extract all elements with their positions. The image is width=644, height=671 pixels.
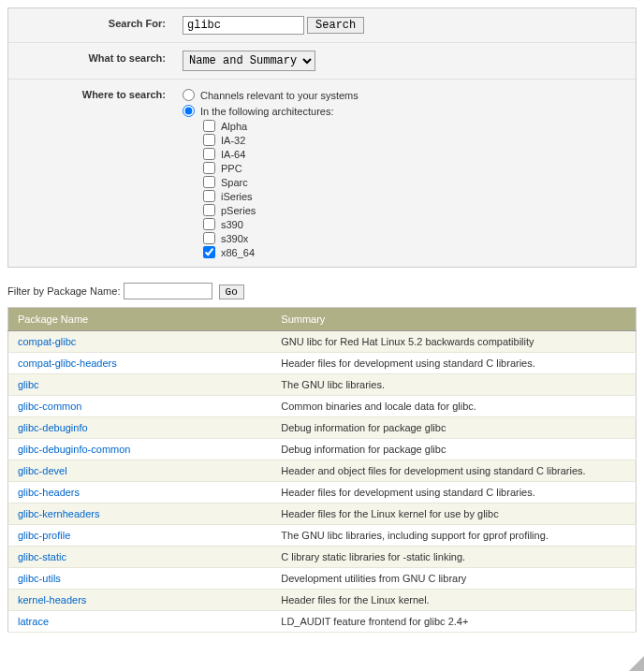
arch-label: PPC bbox=[221, 163, 242, 174]
arch-checkbox-ia64[interactable] bbox=[203, 148, 215, 160]
cell-summary: Header files for development using stand… bbox=[271, 482, 636, 503]
arch-label: iSeries bbox=[221, 191, 253, 202]
package-link[interactable]: glibc-utils bbox=[18, 573, 61, 584]
search-form: Search For: Search What to search: Name … bbox=[7, 7, 637, 268]
table-row: glibc-debuginfo-commonDebug information … bbox=[8, 439, 637, 460]
arch-item: pSeries bbox=[203, 203, 628, 217]
arch-item: iSeries bbox=[203, 189, 628, 203]
radio-architectures-label: In the following architectures: bbox=[200, 106, 333, 117]
cell-summary: Debug information for package glibc bbox=[271, 417, 636, 439]
results-table: Package Name Summary compat-glibcGNU lib… bbox=[7, 307, 637, 633]
cell-package-name: glibc-debuginfo bbox=[8, 417, 272, 439]
cell-summary: The GNU libc libraries, including suppor… bbox=[271, 525, 636, 547]
arch-item: x86_64 bbox=[203, 245, 628, 259]
arch-checkbox-ppc[interactable] bbox=[203, 162, 215, 174]
arch-checkbox-ia32[interactable] bbox=[203, 134, 215, 146]
radio-channels-label: Channels relevant to your systems bbox=[200, 90, 359, 101]
search-input[interactable] bbox=[183, 16, 304, 35]
table-header-row: Package Name Summary bbox=[8, 308, 637, 331]
arch-item: PPC bbox=[203, 161, 628, 175]
cell-package-name: glibc-utils bbox=[8, 568, 272, 590]
package-link[interactable]: kernel-headers bbox=[18, 594, 86, 605]
cell-package-name: latrace bbox=[8, 611, 272, 633]
package-link[interactable]: glibc-common bbox=[18, 401, 81, 412]
cell-summary: LD_AUDIT feature frontend for glibc 2.4+ bbox=[271, 611, 636, 633]
arch-checkbox-alpha[interactable] bbox=[203, 120, 215, 132]
radio-architectures[interactable] bbox=[183, 105, 195, 117]
table-row: glibcThe GNU libc libraries. bbox=[8, 374, 637, 396]
cell-summary: GNU libc for Red Hat Linux 5.2 backwards… bbox=[271, 331, 636, 353]
arch-label: Sparc bbox=[221, 177, 248, 188]
results-body: compat-glibcGNU libc for Red Hat Linux 5… bbox=[8, 331, 637, 633]
table-row: glibc-develHeader and object files for d… bbox=[8, 460, 637, 482]
radio-channels[interactable] bbox=[183, 89, 195, 101]
package-link[interactable]: compat-glibc-headers bbox=[18, 357, 117, 369]
cell-summary: Header files for the Linux kernel for us… bbox=[271, 503, 636, 525]
cell-package-name: glibc-devel bbox=[8, 460, 272, 482]
arch-checkbox-sparc[interactable] bbox=[203, 176, 215, 188]
what-to-search-select[interactable]: Name and Summary bbox=[183, 51, 315, 71]
cell-summary: Debug information for package glibc bbox=[271, 439, 636, 460]
table-row: glibc-commonCommon binaries and locale d… bbox=[8, 396, 637, 417]
cell-package-name: compat-glibc bbox=[8, 331, 272, 353]
search-button[interactable]: Search bbox=[307, 17, 364, 34]
table-row: glibc-headersHeader files for developmen… bbox=[8, 482, 637, 503]
arch-checkbox-s390[interactable] bbox=[203, 218, 215, 230]
what-to-search-label: What to search: bbox=[8, 47, 175, 75]
package-link[interactable]: glibc-static bbox=[18, 551, 66, 562]
filter-go-button[interactable]: Go bbox=[219, 284, 244, 299]
search-for-row: Search For: Search bbox=[8, 8, 636, 43]
cell-summary: Common binaries and locale data for glib… bbox=[271, 396, 636, 417]
cell-package-name: compat-glibc-headers bbox=[8, 353, 272, 374]
filter-label: Filter by Package Name: bbox=[7, 285, 120, 297]
search-for-label: Search For: bbox=[8, 12, 175, 38]
arch-item: s390x bbox=[203, 231, 628, 245]
table-row: glibc-staticC library static libraries f… bbox=[8, 547, 637, 568]
package-link[interactable]: glibc-debuginfo bbox=[18, 422, 88, 433]
arch-label: s390 bbox=[221, 219, 243, 230]
where-to-search-row: Where to search: Channels relevant to yo… bbox=[8, 80, 636, 267]
table-row: glibc-utilsDevelopment utilities from GN… bbox=[8, 568, 637, 590]
header-package-name: Package Name bbox=[8, 308, 272, 331]
package-link[interactable]: glibc-profile bbox=[18, 530, 70, 541]
cell-summary: C library static libraries for -static l… bbox=[271, 547, 636, 568]
what-to-search-row: What to search: Name and Summary bbox=[8, 43, 636, 80]
cell-package-name: kernel-headers bbox=[8, 590, 272, 611]
arch-label: IA-64 bbox=[221, 149, 245, 160]
arch-checkbox-s390x[interactable] bbox=[203, 232, 215, 244]
cell-summary: The GNU libc libraries. bbox=[271, 374, 636, 396]
cell-package-name: glibc-debuginfo-common bbox=[8, 439, 272, 460]
arch-checkbox-pseries[interactable] bbox=[203, 204, 215, 216]
arch-label: s390x bbox=[221, 233, 248, 244]
cell-package-name: glibc-profile bbox=[8, 525, 272, 547]
radio-arch-line: In the following architectures: bbox=[183, 103, 628, 119]
package-link[interactable]: compat-glibc bbox=[18, 336, 76, 347]
table-row: kernel-headersHeader files for the Linux… bbox=[8, 590, 637, 611]
arch-item: Alpha bbox=[203, 119, 628, 133]
filter-input[interactable] bbox=[124, 283, 212, 299]
table-row: glibc-debuginfoDebug information for pac… bbox=[8, 417, 637, 439]
arch-checkbox-iseries[interactable] bbox=[203, 190, 215, 202]
arch-label: Alpha bbox=[221, 121, 247, 132]
radio-channels-line: Channels relevant to your systems bbox=[183, 87, 628, 103]
arch-item: IA-32 bbox=[203, 133, 628, 147]
package-link[interactable]: glibc-headers bbox=[18, 487, 80, 498]
arch-item: IA-64 bbox=[203, 147, 628, 161]
cell-package-name: glibc bbox=[8, 374, 272, 396]
arch-checkbox-x8664[interactable] bbox=[203, 246, 215, 258]
package-link[interactable]: latrace bbox=[18, 616, 49, 627]
arch-list: AlphaIA-32IA-64PPCSparciSeriespSeriess39… bbox=[183, 119, 628, 259]
arch-label: pSeries bbox=[221, 205, 256, 216]
cell-package-name: glibc-static bbox=[8, 547, 272, 568]
package-link[interactable]: glibc-debuginfo-common bbox=[18, 444, 130, 455]
cell-package-name: glibc-kernheaders bbox=[8, 503, 272, 525]
cell-package-name: glibc-headers bbox=[8, 482, 272, 503]
table-row: compat-glibc-headersHeader files for dev… bbox=[8, 353, 637, 374]
cell-package-name: glibc-common bbox=[8, 396, 272, 417]
package-link[interactable]: glibc bbox=[18, 379, 39, 390]
package-link[interactable]: glibc-devel bbox=[18, 465, 67, 476]
package-link[interactable]: glibc-kernheaders bbox=[18, 508, 99, 519]
arch-label: x86_64 bbox=[221, 247, 255, 258]
cell-summary: Header files for development using stand… bbox=[271, 353, 636, 374]
table-row: latraceLD_AUDIT feature frontend for gli… bbox=[8, 611, 637, 633]
